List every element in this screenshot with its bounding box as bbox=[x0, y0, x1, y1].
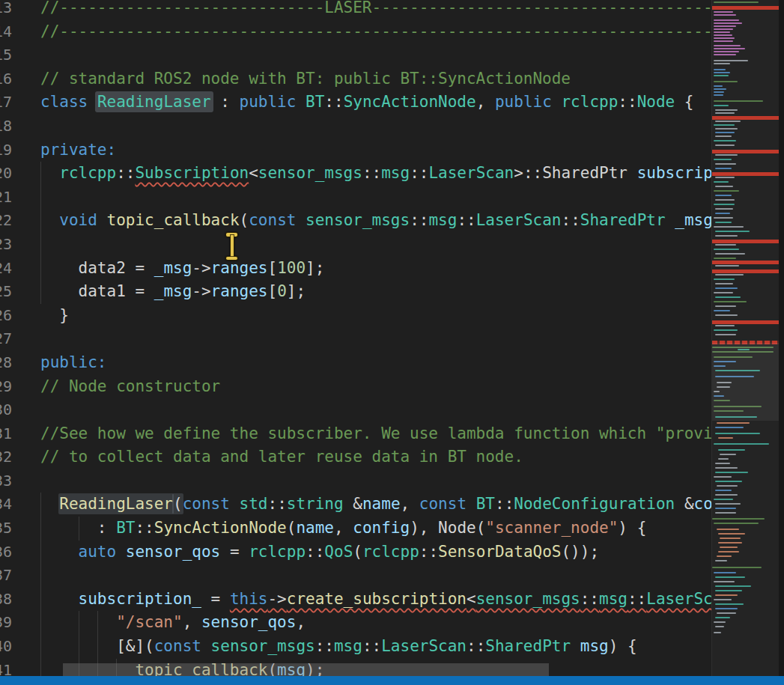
line-number[interactable]: 28 bbox=[0, 351, 16, 375]
gutter[interactable]: 1314151617181920212223242526272829303132… bbox=[0, 0, 16, 685]
token: SyncActionNode bbox=[344, 93, 476, 111]
code-line[interactable]: data1 = _msg->ranges[0]; bbox=[0, 280, 711, 304]
line-number[interactable]: 39 bbox=[0, 611, 16, 635]
line-number[interactable]: 27 bbox=[0, 327, 16, 351]
line-number[interactable]: 29 bbox=[0, 375, 16, 399]
horizontal-scrollbar[interactable] bbox=[63, 663, 549, 677]
token: LaserScan bbox=[381, 637, 467, 655]
line-number[interactable]: 24 bbox=[0, 257, 16, 281]
token: msg bbox=[334, 637, 362, 655]
token: ) { bbox=[618, 519, 646, 537]
code-line[interactable]: // to collect data and later reuse data … bbox=[0, 445, 711, 469]
code-line[interactable]: //--------------------------------------… bbox=[0, 20, 711, 44]
minimap-row bbox=[715, 508, 736, 509]
minimap-row bbox=[715, 168, 732, 169]
line-number[interactable]: 19 bbox=[0, 138, 16, 162]
code-line[interactable]: rclcpp::Subscription<sensor_msgs::msg::L… bbox=[0, 162, 711, 186]
code-line[interactable]: //----------------------------LASER-----… bbox=[0, 0, 711, 20]
line-number[interactable]: 21 bbox=[0, 186, 16, 210]
minimap-row bbox=[714, 94, 723, 96]
code-line[interactable]: // Node constructor bbox=[0, 375, 711, 399]
code-line[interactable]: subscription_ = this->create_subscriptio… bbox=[0, 588, 711, 612]
code-line[interactable]: : BT::SyncActionNode(name, config), Node… bbox=[0, 517, 711, 541]
line-number[interactable]: 36 bbox=[0, 541, 16, 564]
minimap-row bbox=[714, 88, 726, 90]
code-line[interactable] bbox=[0, 115, 711, 138]
code-line[interactable]: [&](const sensor_msgs::msg::LaserScan::S… bbox=[0, 635, 711, 659]
line-number[interactable]: 30 bbox=[0, 398, 16, 422]
minimap-row bbox=[715, 177, 735, 178]
minimap-row bbox=[715, 208, 733, 210]
code-line[interactable] bbox=[0, 327, 711, 351]
minimap-row bbox=[714, 204, 735, 205]
code-line[interactable]: void topic_callback(const sensor_msgs::m… bbox=[0, 209, 711, 233]
line-number[interactable]: 40 bbox=[0, 635, 16, 659]
line-number[interactable]: 13 bbox=[0, 0, 16, 20]
code-line[interactable]: ReadingLaser(const std::string &name, co… bbox=[0, 493, 711, 517]
token bbox=[40, 211, 59, 229]
code-line[interactable]: // standard ROS2 node with BT: public BT… bbox=[0, 67, 711, 91]
line-number[interactable]: 32 bbox=[0, 445, 16, 469]
minimap-row bbox=[715, 136, 732, 137]
token: ()); bbox=[561, 543, 599, 561]
code-line[interactable]: public: bbox=[0, 351, 711, 375]
token: msg bbox=[580, 637, 609, 655]
code-line[interactable]: auto sensor_qos = rclcpp::QoS(rclcpp::Se… bbox=[0, 541, 711, 564]
minimap-row bbox=[715, 494, 738, 496]
line-number[interactable]: 37 bbox=[0, 564, 16, 588]
code-line[interactable]: private: bbox=[0, 138, 711, 162]
line-number[interactable]: 17 bbox=[0, 91, 16, 115]
line-number[interactable]: 35 bbox=[0, 517, 16, 541]
minimap-row bbox=[714, 499, 733, 500]
token: msg bbox=[599, 590, 627, 608]
token bbox=[344, 495, 353, 513]
token: config bbox=[353, 519, 410, 537]
code-area[interactable]: //----------------------------LASER-----… bbox=[0, 0, 711, 685]
code-line[interactable] bbox=[0, 469, 711, 493]
line-number[interactable]: 34 bbox=[0, 493, 16, 517]
code-line[interactable]: //See how we define the subscriber. We u… bbox=[0, 422, 711, 446]
line-number[interactable]: 15 bbox=[0, 43, 16, 67]
token: "scanner_node" bbox=[485, 519, 618, 537]
code-line[interactable]: class ReadingLaser : public BT::SyncActi… bbox=[0, 91, 711, 115]
code-line[interactable] bbox=[0, 43, 711, 67]
code-line[interactable]: } bbox=[0, 304, 711, 328]
line-number[interactable]: 18 bbox=[0, 115, 16, 138]
code-line[interactable] bbox=[0, 564, 711, 588]
token: LaserScan bbox=[428, 164, 514, 182]
status-bar[interactable] bbox=[0, 676, 784, 685]
minimap-row bbox=[714, 292, 733, 293]
minimap-row bbox=[715, 287, 738, 289]
line-number[interactable]: 14 bbox=[0, 20, 16, 44]
code-line[interactable] bbox=[0, 233, 711, 257]
code-line[interactable] bbox=[0, 186, 711, 210]
code-line[interactable] bbox=[0, 398, 711, 422]
token: class bbox=[40, 93, 88, 111]
token: _msg bbox=[154, 259, 192, 277]
token: ( bbox=[353, 543, 362, 561]
code-line[interactable]: "/scan", sensor_qos, bbox=[0, 611, 711, 635]
editor[interactable]: //----------------------------LASER-----… bbox=[0, 0, 784, 685]
line-number[interactable]: 38 bbox=[0, 588, 16, 612]
line-number[interactable]: 22 bbox=[0, 209, 16, 233]
minimap[interactable] bbox=[711, 0, 780, 676]
code-line[interactable]: data2 = _msg->ranges[100]; bbox=[0, 257, 711, 281]
minimap-row bbox=[714, 105, 729, 106]
line-number[interactable]: 23 bbox=[0, 233, 16, 257]
line-number[interactable]: 26 bbox=[0, 304, 16, 328]
minimap-row bbox=[715, 560, 727, 561]
token: :: bbox=[618, 93, 636, 111]
token: rclcpp bbox=[561, 93, 618, 111]
token: ), bbox=[410, 519, 438, 537]
minimap-slider[interactable] bbox=[712, 343, 780, 421]
line-number[interactable]: 33 bbox=[0, 469, 16, 493]
line-number[interactable]: 20 bbox=[0, 162, 16, 186]
vertical-scrollbar-track[interactable] bbox=[779, 0, 784, 676]
minimap-row bbox=[718, 437, 733, 439]
minimap-row bbox=[715, 512, 736, 514]
line-number[interactable]: 25 bbox=[0, 280, 16, 304]
code-lines[interactable]: //----------------------------LASER-----… bbox=[0, 0, 711, 682]
token: :: bbox=[523, 164, 542, 182]
line-number[interactable]: 31 bbox=[0, 422, 16, 446]
line-number[interactable]: 16 bbox=[0, 67, 16, 91]
